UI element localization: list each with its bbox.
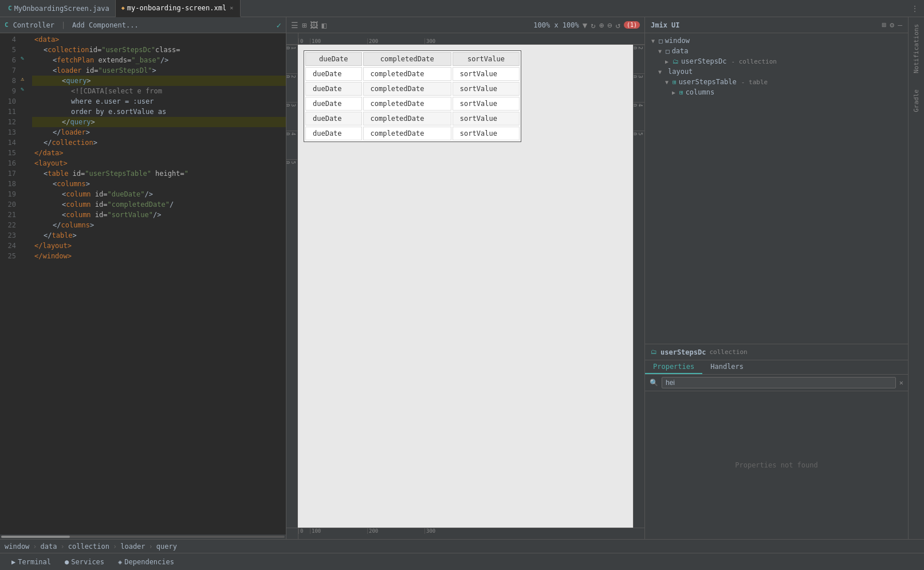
code-line-7: <loader id="userStepsDl"> — [32, 65, 286, 76]
chevron-data: ▼ — [656, 48, 663, 54]
tab-java[interactable]: C MyOnboardingScreen.java — [2, 0, 116, 17]
props-search-bar: 🔍 ✕ — [645, 375, 908, 391]
breadcrumb-window[interactable]: window — [5, 543, 29, 551]
table-row-1: dueDate completedDate sortValue — [305, 67, 520, 81]
zoom-dropdown-icon[interactable]: ▼ — [583, 21, 587, 30]
properties-type: collection — [709, 348, 747, 356]
tree-label-window: window — [665, 37, 690, 45]
tree-item-data[interactable]: ▼ □ data — [645, 46, 908, 56]
jmix-title: Jmix UI — [651, 21, 680, 29]
code-line-5: <collection id="userStepsDc" class= — [32, 45, 286, 55]
controller-icon: C — [5, 21, 9, 29]
ln-18: 18 — [0, 179, 16, 189]
preview-zoom: 100% x 100% — [533, 21, 579, 29]
tree-item-layout[interactable]: ▼ layout — [645, 66, 908, 77]
zoom-in-icon[interactable]: ⊕ — [599, 21, 604, 30]
preview-canvas[interactable]: dueDate completedDate sortValue dueDate … — [298, 45, 633, 528]
gutter-edit-9[interactable]: ✎ — [21, 86, 32, 96]
preview-menu-icon[interactable]: ☰ — [291, 21, 298, 30]
right-panel: Jmix UI ⊞ ⚙ — ▼ □ window ▼ □ data — [644, 17, 908, 539]
undo-icon[interactable]: ↺ — [616, 21, 620, 30]
chevron-columns: ▶ — [670, 89, 677, 96]
tree-label-userStepsDc: userStepsDc — [681, 57, 726, 65]
breadcrumb-data[interactable]: data — [41, 543, 57, 551]
code-line-17: <table id="userStepsTable" height=" — [32, 168, 286, 179]
refresh-icon[interactable]: ↻ — [591, 21, 595, 30]
notifications-label[interactable]: Notifications — [913, 22, 920, 76]
tab-dependencies[interactable]: ◈ Dependencies — [111, 553, 181, 571]
tab-java-label: MyOnboardingScreen.java — [14, 5, 109, 13]
ln-21: 21 — [0, 210, 16, 220]
editor-panel: C Controller | Add Component... ✓ 4 5 6 … — [0, 17, 286, 539]
props-search-input[interactable] — [662, 377, 896, 388]
code-line-20: <column id="completedDate"/ — [32, 199, 286, 210]
properties-collection-icon: 🗂 — [651, 348, 657, 356]
tree-item-window[interactable]: ▼ □ window — [645, 36, 908, 46]
jmix-layout-icon[interactable]: ⊞ — [882, 21, 887, 29]
breadcrumb-query[interactable]: query — [156, 543, 177, 551]
tab-xml-icon: ◆ — [121, 5, 125, 11]
tab-xml-label: my-onboarding-screen.xml — [127, 4, 226, 12]
line-numbers: 4 5 6 7 ●8 9 10 11 12 13 14 15 16 17 — [0, 33, 21, 261]
preview-table: dueDate completedDate sortValue dueDate … — [304, 50, 521, 142]
editor-content: 4 5 6 7 ●8 9 10 11 12 13 14 15 16 17 — [0, 33, 286, 534]
code-text-area: <data> <collection id="userStepsDc" clas… — [32, 33, 286, 261]
tab-terminal[interactable]: ▶ Terminal — [5, 553, 58, 571]
search-clear-button[interactable]: ✕ — [899, 379, 903, 387]
tab-more-button[interactable]: ⋮ — [908, 5, 922, 13]
jmix-settings-icon[interactable]: ⚙ — [890, 21, 894, 29]
chevron-userStepsTable: ▼ — [663, 79, 670, 85]
tab-xml[interactable]: ◆ my-onboarding-screen.xml ✕ — [116, 0, 241, 17]
no-results-message: Properties not found — [735, 461, 818, 469]
scrollbar-thumb[interactable] — [1, 536, 70, 538]
breadcrumb-loader[interactable]: loader — [120, 543, 145, 551]
ruler-vertical-right: 200 300 400 500 — [633, 45, 644, 528]
preview-image2-icon[interactable]: ◧ — [321, 21, 326, 30]
gutter-edit-6[interactable]: ✎ — [21, 55, 32, 65]
preview-toolbar: ☰ ⊞ 🖼 ◧ 100% x 100% ▼ ↻ ⊕ ⊖ ↺ (1) — [286, 17, 644, 33]
ln-5: 5 — [0, 45, 16, 55]
jmix-minimize-icon[interactable]: — — [898, 21, 902, 29]
ruler-bottom-content: 0 100 200 300 — [298, 528, 633, 539]
tab-handlers[interactable]: Handlers — [702, 360, 752, 374]
dependencies-icon: ◈ — [118, 558, 122, 566]
tree-item-userStepsDc[interactable]: ▶ 🗂 userStepsDc - collection — [645, 56, 908, 66]
ln-7: 7 — [0, 65, 16, 76]
code-lines: 4 5 6 7 ●8 9 10 11 12 13 14 15 16 17 — [0, 33, 286, 261]
chevron-window: ▼ — [650, 38, 656, 44]
table-row-5: dueDate completedDate sortValue — [305, 127, 520, 140]
tab-properties[interactable]: Properties — [645, 360, 702, 374]
code-line-25: </window> — [32, 251, 286, 261]
bottom-tabs: ▶ Terminal ● Services ◈ Dependencies — [0, 553, 924, 570]
editor-scrollbar[interactable] — [0, 534, 286, 539]
ln-10: 10 — [0, 96, 16, 107]
tree-item-columns[interactable]: ▶ ⊞ columns — [645, 87, 908, 97]
ln-14: 14 — [0, 137, 16, 148]
preview-grid-icon[interactable]: ⊞ — [302, 21, 306, 30]
preview-image-icon[interactable]: 🖼 — [310, 21, 318, 30]
table-row-4: dueDate completedDate sortValue — [305, 112, 520, 125]
gradle-label[interactable]: Gradle — [913, 87, 920, 115]
tab-services[interactable]: ● Services — [58, 553, 111, 571]
tab-xml-close[interactable]: ✕ — [229, 5, 234, 11]
ln-13: 13 — [0, 127, 16, 137]
zoom-out-icon[interactable]: ⊖ — [607, 21, 612, 30]
code-line-23: </table> — [32, 230, 286, 241]
jmix-header: Jmix UI ⊞ ⚙ — — [645, 17, 908, 33]
ln-17: 17 — [0, 168, 16, 179]
main-area: C Controller | Add Component... ✓ 4 5 6 … — [0, 17, 924, 539]
tree-item-userStepsTable[interactable]: ▼ ⊞ userStepsTable - table — [645, 77, 908, 87]
ruler-corner — [286, 33, 298, 45]
controller-label[interactable]: Controller — [13, 21, 54, 29]
table-row-3: dueDate completedDate sortValue — [305, 97, 520, 111]
ruler-right-corner — [633, 33, 644, 45]
services-label: Services — [71, 558, 104, 566]
breadcrumb-collection[interactable]: collection — [68, 543, 109, 551]
properties-header: 🗂 userStepsDc collection — [645, 344, 908, 360]
code-line-19: <column id="dueDate"/> — [32, 189, 286, 199]
ln-24: 24 — [0, 241, 16, 251]
properties-panel: 🗂 userStepsDc collection Properties Hand… — [645, 344, 908, 539]
add-component-label[interactable]: Add Component... — [72, 21, 139, 29]
code-line-6: <fetchPlan extends="_base"/> — [32, 55, 286, 65]
services-icon: ● — [65, 558, 69, 566]
